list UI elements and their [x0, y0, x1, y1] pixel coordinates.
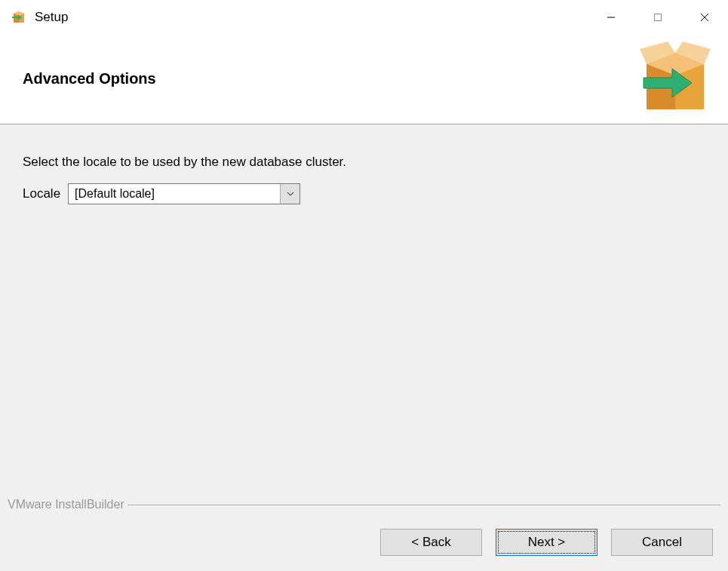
installer-box-icon [637, 41, 713, 117]
app-icon [11, 9, 27, 26]
svg-rect-1 [655, 14, 662, 20]
wizard-header: Advanced Options [0, 34, 728, 124]
window-controls [588, 0, 728, 34]
setup-window: Setup Advanced Options [0, 0, 728, 571]
instruction-text: Select the locale to be used by the new … [23, 155, 705, 170]
wizard-content: Select the locale to be used by the new … [0, 124, 728, 571]
window-title: Setup [35, 10, 588, 25]
locale-select-value: [Default locale] [69, 184, 280, 204]
close-button[interactable] [681, 0, 728, 34]
next-button[interactable]: Next > [496, 529, 597, 556]
page-title: Advanced Options [23, 70, 156, 87]
locale-row: Locale [Default locale] [23, 183, 705, 204]
wizard-buttons: < Back Next > Cancel [380, 529, 713, 556]
locale-label: Locale [23, 186, 60, 201]
cancel-button[interactable]: Cancel [611, 529, 713, 556]
back-button[interactable]: < Back [380, 529, 482, 556]
chevron-down-icon [280, 184, 299, 204]
title-bar: Setup [0, 0, 728, 34]
footer-divider: VMware InstallBuilder [8, 499, 720, 511]
divider-line [127, 505, 720, 505]
locale-select[interactable]: [Default locale] [68, 183, 300, 204]
minimize-button[interactable] [588, 0, 634, 34]
maximize-button[interactable] [634, 0, 681, 34]
builder-label: VMware InstallBuilder [8, 498, 127, 511]
